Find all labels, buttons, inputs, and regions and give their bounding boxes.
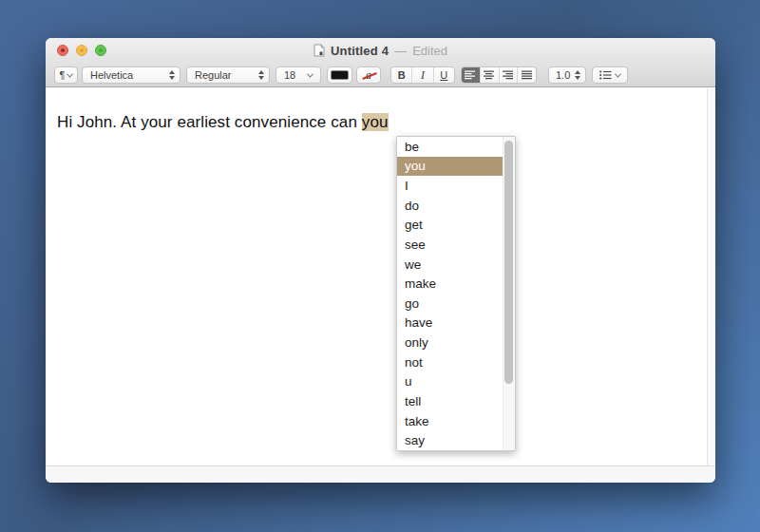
color-swatch [331, 70, 349, 80]
autocomplete-item[interactable]: not [397, 352, 515, 372]
title-separator: — [394, 44, 407, 58]
text-color-well[interactable] [327, 66, 352, 84]
window-footer [46, 466, 715, 483]
align-center-icon [484, 70, 495, 80]
document-icon [314, 44, 325, 57]
align-left-icon [465, 70, 476, 80]
font-size-combo[interactable]: 18 [276, 66, 321, 84]
autocomplete-item[interactable]: only [397, 332, 515, 352]
autocomplete-scrollbar-thumb[interactable] [504, 141, 513, 384]
updown-stepper-icon [575, 70, 580, 80]
autocomplete-item[interactable]: tell [397, 391, 515, 411]
autocomplete-popup: beyouIdogetseewemakegohaveonlynotutellta… [396, 136, 516, 451]
bold-button[interactable]: B [391, 67, 412, 83]
window-header: Untitled 4 — Edited ¶ Helvetica Regular … [46, 38, 715, 87]
list-icon [599, 70, 612, 80]
text-style-group: B I U [390, 66, 455, 84]
autocomplete-item[interactable]: be [397, 137, 515, 157]
list-style-dropdown[interactable] [592, 66, 628, 84]
background-color-button[interactable]: a [356, 66, 381, 84]
font-style-value: Regular [195, 69, 232, 81]
desktop: { "window": { "title": "Untitled 4", "se… [0, 0, 760, 532]
updown-stepper-icon [169, 70, 175, 80]
sentence-prefix: Hi John. At your earliest convenience ca… [57, 113, 362, 131]
autocomplete-item[interactable]: you [397, 157, 515, 177]
autocomplete-item[interactable]: we [397, 255, 515, 275]
font-style-select[interactable]: Regular [186, 66, 270, 84]
autocomplete-item[interactable]: have [397, 314, 515, 333]
align-justify-button[interactable] [518, 67, 536, 83]
align-right-button[interactable] [500, 67, 519, 83]
chevron-down-icon [66, 70, 73, 77]
chevron-down-icon [615, 70, 621, 77]
format-toolbar: ¶ Helvetica Regular 18 a [46, 63, 715, 87]
titlebar[interactable]: Untitled 4 — Edited [46, 38, 715, 63]
title-group: Untitled 4 — Edited [46, 38, 715, 63]
autocomplete-item[interactable]: get [397, 216, 515, 236]
autocomplete-item[interactable]: say [397, 430, 515, 450]
autocomplete-item[interactable]: go [397, 294, 515, 314]
line-spacing-value: 1.0 [556, 69, 570, 81]
autocomplete-item[interactable]: do [397, 196, 515, 216]
autocomplete-scrollbar-track[interactable] [503, 137, 515, 450]
edited-label: Edited [412, 44, 447, 58]
autocomplete-item[interactable]: take [397, 411, 515, 431]
font-family-value: Helvetica [90, 69, 133, 81]
window-title: Untitled 4 [331, 44, 389, 58]
document-area[interactable]: Hi John. At your earliest convenience ca… [46, 88, 715, 466]
font-family-select[interactable]: Helvetica [82, 66, 180, 84]
autocomplete-item[interactable]: u [397, 372, 515, 392]
autocomplete-list: beyouIdogetseewemakegohaveonlynotutellta… [397, 137, 515, 450]
updown-stepper-icon [258, 70, 264, 80]
autocomplete-item[interactable]: make [397, 274, 515, 294]
align-left-button[interactable] [462, 67, 481, 83]
align-justify-icon [522, 70, 533, 80]
autocomplete-item[interactable]: see [397, 235, 515, 255]
align-right-icon [503, 70, 514, 80]
autocomplete-item[interactable]: I [397, 176, 515, 196]
paragraph-icon: ¶ [60, 69, 66, 81]
alignment-group [461, 66, 537, 84]
paragraph-styles-dropdown[interactable]: ¶ [54, 66, 78, 84]
line-spacing-stepper[interactable]: 1.0 [548, 66, 586, 84]
chevron-down-icon [307, 70, 314, 77]
document-text-line: Hi John. At your earliest convenience ca… [57, 113, 389, 132]
underline-button[interactable]: U [434, 67, 454, 83]
highlighted-current-word: you [362, 113, 389, 131]
textedit-window: Untitled 4 — Edited ¶ Helvetica Regular … [46, 38, 715, 483]
page-right-margin [707, 88, 715, 466]
italic-button[interactable]: I [412, 67, 433, 83]
align-center-button[interactable] [481, 67, 500, 83]
font-size-value: 18 [284, 69, 295, 81]
